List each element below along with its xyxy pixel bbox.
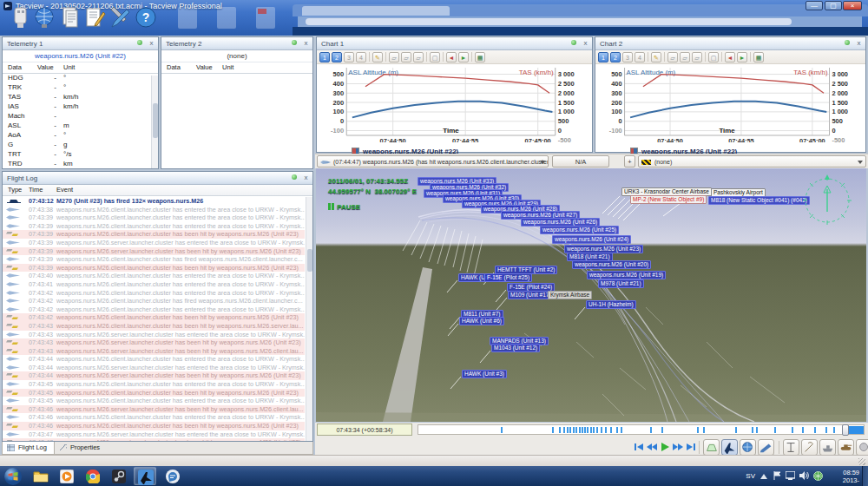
telemetry-row[interactable]: TRK-° <box>3 83 158 93</box>
flight-log-row[interactable]: 07:43:44weapons.nurs.M26.server.launcher… <box>3 364 305 372</box>
column-header[interactable]: Data <box>8 63 22 71</box>
chart-preset-button-3[interactable]: 3 <box>344 52 354 62</box>
close-icon[interactable]: x <box>302 174 310 181</box>
telemetry1-subject[interactable]: weapons.nurs.M26 (Unit #22) <box>3 50 158 62</box>
export-excel-icon[interactable]: ▦ <box>753 52 764 62</box>
taskbar-explorer-icon[interactable] <box>30 467 52 485</box>
add-object-button[interactable]: + <box>624 155 635 167</box>
volume-icon[interactable] <box>799 471 809 480</box>
chart1-plot[interactable]: 5004003002001000-1003 0002 5002 0001 500… <box>317 64 592 142</box>
marker-red-icon[interactable]: ◄ <box>446 52 457 62</box>
fast-forward-button[interactable] <box>672 441 684 453</box>
show-shells-toggle[interactable] <box>856 439 868 456</box>
column-header[interactable]: Type <box>8 186 22 194</box>
resize-grip[interactable] <box>858 458 865 465</box>
pin-icon[interactable] <box>136 39 144 47</box>
pin-icon[interactable] <box>570 39 578 47</box>
column-header[interactable]: Value <box>37 63 54 71</box>
marker-red-icon[interactable]: ◄ <box>725 52 735 62</box>
help-icon[interactable]: ? <box>135 6 158 30</box>
close-button[interactable]: × <box>843 1 862 10</box>
close-icon[interactable]: x <box>582 39 589 47</box>
flight-log-row[interactable]: 07:43:39weapons.nurs.M26.client.launcher… <box>3 222 305 231</box>
flight-log-row[interactable]: 07:43:46weapons.nurs.M26.client.launcher… <box>3 413 305 422</box>
chart-preset-button-2[interactable]: 2 <box>610 52 621 62</box>
flight-log-row[interactable]: 07:43:43weapons.nurs.M26.client.launcher… <box>3 322 305 331</box>
telemetry-row[interactable]: ASL-m <box>3 122 158 131</box>
flight-log-row[interactable]: 07:43:42weapons.nurs.M26.client.launcher… <box>3 305 305 314</box>
pencil-icon[interactable]: ✎ <box>372 52 383 62</box>
chart2-title[interactable]: Chart 2 x <box>595 37 865 50</box>
flight-log-row[interactable]: 07:43:39weapons.nurs.M26.client.launcher… <box>3 230 305 239</box>
pin-icon[interactable] <box>291 39 299 47</box>
chart-save-3-icon[interactable]: ▱ <box>413 52 424 62</box>
show-world-toggle[interactable] <box>740 439 756 456</box>
chart-preset-button-4[interactable]: 4 <box>356 52 366 62</box>
flight-log-row[interactable]: 07:43:45weapons.nurs.M26.client.launcher… <box>3 397 305 405</box>
close-icon[interactable]: x <box>855 39 863 47</box>
export-excel-icon[interactable]: ▦ <box>475 52 485 62</box>
show-aircraft-toggle[interactable] <box>721 439 738 456</box>
documents-icon[interactable] <box>59 6 82 30</box>
column-header[interactable]: Unit <box>222 63 233 71</box>
page-icon[interactable]: ▢ <box>430 52 440 62</box>
taskbar-messenger-icon[interactable] <box>161 467 184 485</box>
taskbar-media-player-icon[interactable] <box>56 467 78 485</box>
marker-green-icon[interactable]: ► <box>737 52 747 62</box>
telemetry-row[interactable]: TRD-km <box>3 160 158 169</box>
show-ships-toggle[interactable] <box>819 439 836 456</box>
action-center-flag-icon[interactable] <box>773 471 781 480</box>
flight-log-scrollbar[interactable] <box>306 197 312 441</box>
flight-log-row[interactable]: 07:43:47weapons.nurs.M26.server.launcher… <box>3 438 305 441</box>
play-button[interactable] <box>659 441 671 453</box>
object-label[interactable]: MP-2 (New Static Object #9) <box>630 195 707 204</box>
column-header[interactable]: Event <box>56 186 73 194</box>
telemetry1-scrollbar[interactable] <box>151 76 158 168</box>
object-label[interactable]: weapons.nurs.M26 (Unit #25) <box>540 226 619 234</box>
close-icon[interactable]: x <box>148 39 155 47</box>
tools-icon[interactable] <box>108 6 131 30</box>
tab-flight-log[interactable]: Flight Log <box>3 442 55 454</box>
flight-log-row[interactable]: 07:43:41weapons.nurs.M26.client.launcher… <box>3 280 305 289</box>
chart-save-3-icon[interactable]: ▱ <box>692 52 702 62</box>
view-3d[interactable]: 2011/06/01, 07:43:34.55Z 44.959577° N 38… <box>316 168 866 422</box>
minimize-button[interactable]: — <box>806 1 823 10</box>
show-desktop-button[interactable] <box>862 466 868 486</box>
telemetry-row[interactable]: AoA-° <box>3 131 158 141</box>
telemetry-row[interactable]: Mach- <box>3 112 158 122</box>
column-header[interactable]: Data <box>167 63 181 71</box>
flight-log-row[interactable]: 07:43:45weapons.nurs.M26.client.launcher… <box>3 380 305 389</box>
column-header[interactable]: Time <box>29 186 43 194</box>
taskbar-steam-icon[interactable] <box>108 467 130 485</box>
pin-icon[interactable] <box>844 39 852 47</box>
pin-icon[interactable] <box>291 174 299 181</box>
column-header[interactable]: Value <box>196 63 213 71</box>
flight-log-row[interactable]: 07:43:39weapons.nurs.M26.client.launcher… <box>3 264 305 273</box>
rewind-button[interactable] <box>646 441 658 453</box>
object-label[interactable]: Krymsk Airbase <box>548 291 592 299</box>
taskbar-chrome-icon[interactable] <box>82 467 104 485</box>
page-icon[interactable]: ▢ <box>708 52 719 62</box>
na-button[interactable]: N/A <box>552 155 609 167</box>
chart2-plot[interactable]: 5004003002001000-1003 0002 5002 0001 500… <box>595 64 865 142</box>
telemetry1-title[interactable]: Telemetry 1 x <box>3 37 158 50</box>
flight-log-row[interactable]: 07:43:42weapons.nurs.M26.client.launcher… <box>3 313 305 322</box>
telemetry-row[interactable]: TAS-km/h <box>3 93 158 102</box>
language-indicator[interactable]: SV <box>746 472 755 480</box>
show-infantry-toggle[interactable] <box>801 439 818 456</box>
telemetry2-subject[interactable]: (none) <box>161 50 312 62</box>
skip-end-button[interactable] <box>685 441 697 453</box>
flight-log-row[interactable]: 07:43:38weapons.nurs.M26.client.launcher… <box>3 206 305 214</box>
object-label[interactable]: M978 (Unit #21) <box>598 279 644 288</box>
hidden-icons-chevron[interactable] <box>760 474 767 479</box>
object-label[interactable]: M1043 (Unit #12) <box>491 344 540 352</box>
flight-log-row[interactable]: 07:43:40weapons.nurs.M26.client.launcher… <box>3 272 305 280</box>
event-dropdown[interactable]: (07:44:47) weapons.nurs.M26 (has hit wea… <box>317 155 549 167</box>
chart-preset-button-3[interactable]: 3 <box>622 52 633 62</box>
flight-log-row[interactable]: 07:43:46weapons.nurs.M26.server.launcher… <box>3 405 305 414</box>
flight-log-row[interactable]: 07:43:42weapons.nurs.M26.client.launcher… <box>3 289 305 298</box>
flight-log-row[interactable]: 07:43:39weapons.nurs.M26.server.launcher… <box>3 247 305 256</box>
close-icon[interactable]: x <box>302 39 310 47</box>
pencil-icon[interactable]: ✎ <box>651 52 661 62</box>
chart-preset-button-1[interactable]: 1 <box>319 52 330 62</box>
